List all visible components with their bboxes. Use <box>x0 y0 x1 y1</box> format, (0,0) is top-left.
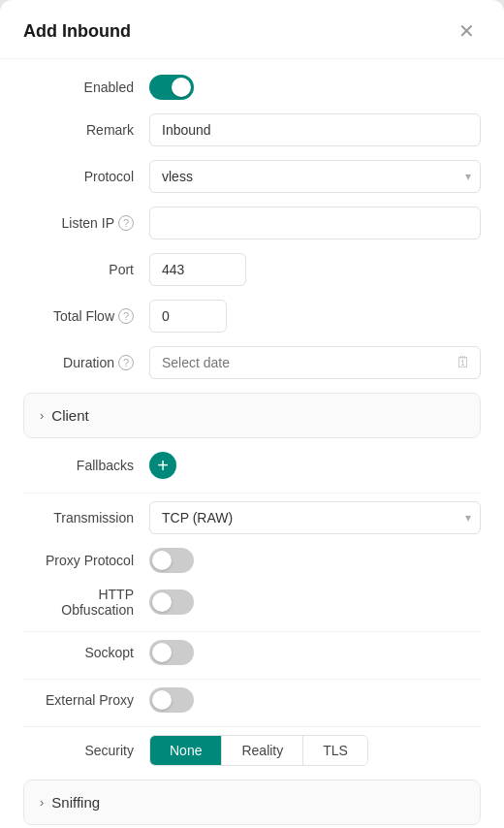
sniffing-section-header[interactable]: › Sniffing <box>24 780 480 824</box>
total-flow-input[interactable] <box>149 300 227 333</box>
client-section-header[interactable]: › Client <box>24 394 480 437</box>
listen-ip-control <box>149 207 481 239</box>
dialog-title: Add Inbound <box>23 21 131 42</box>
remark-label: Remark <box>23 122 149 138</box>
divider-1 <box>23 493 481 494</box>
sockopt-control <box>149 640 481 665</box>
fallbacks-label: Fallbacks <box>23 458 149 473</box>
transmission-row: Transmission TCP (RAW) WebSocket HTTP/2 … <box>23 501 481 534</box>
enabled-control <box>149 75 481 100</box>
protocol-label: Protocol <box>23 169 149 184</box>
divider-3 <box>23 679 481 680</box>
client-section: › Client <box>23 393 481 438</box>
enabled-slider <box>149 75 194 100</box>
port-input[interactable] <box>149 253 246 286</box>
sockopt-toggle[interactable] <box>149 640 194 665</box>
enabled-row: Enabled <box>23 75 481 100</box>
fallbacks-row: Fallbacks + <box>23 452 481 479</box>
security-tab-tls[interactable]: TLS <box>303 736 367 765</box>
total-flow-row: Total Flow ? <box>23 300 481 333</box>
http-obfuscation-control <box>149 589 481 615</box>
security-tab-group: None Reality TLS <box>149 735 368 766</box>
listen-ip-help-icon[interactable]: ? <box>118 215 134 231</box>
add-inbound-dialog: Add Inbound ✕ Enabled Remark Protocol <box>0 0 504 828</box>
duration-label: Duration ? <box>23 355 149 370</box>
http-obfuscation-row: HTTP Obfuscation <box>23 587 481 618</box>
remark-control <box>149 113 481 146</box>
date-input-wrapper: 🗓 <box>149 346 481 379</box>
proxy-protocol-label: Proxy Protocol <box>23 553 149 568</box>
transmission-label: Transmission <box>23 510 149 525</box>
external-proxy-slider <box>149 687 194 713</box>
external-proxy-row: External Proxy <box>23 687 481 713</box>
security-label: Security <box>23 743 149 758</box>
transmission-control: TCP (RAW) WebSocket HTTP/2 gRPC QUIC ▾ <box>149 501 481 534</box>
divider-2 <box>23 631 481 632</box>
listen-ip-label: Listen IP ? <box>23 215 149 231</box>
remark-row: Remark <box>23 113 481 146</box>
security-row: Security None Reality TLS <box>23 735 481 766</box>
listen-ip-row: Listen IP ? <box>23 207 481 239</box>
remark-input[interactable] <box>149 113 481 146</box>
protocol-row: Protocol vless vmess trojan shadowsocks … <box>23 160 481 193</box>
enabled-toggle[interactable] <box>149 75 194 100</box>
sockopt-slider <box>149 640 194 665</box>
port-label: Port <box>23 262 149 277</box>
form-body: Enabled Remark Protocol vless <box>0 59 504 828</box>
close-icon-button[interactable]: ✕ <box>453 19 481 43</box>
client-section-label: Client <box>51 407 88 424</box>
enabled-label: Enabled <box>23 80 149 95</box>
http-obfuscation-label: HTTP Obfuscation <box>23 587 149 618</box>
sniffing-section-label: Sniffing <box>51 794 100 811</box>
duration-help-icon[interactable]: ? <box>118 355 134 370</box>
protocol-select-wrapper: vless vmess trojan shadowsocks dokodemo-… <box>149 160 481 193</box>
proxy-protocol-toggle[interactable] <box>149 548 194 573</box>
external-proxy-control <box>149 687 481 713</box>
plus-icon: + <box>157 456 169 475</box>
duration-input[interactable] <box>149 346 481 379</box>
total-flow-label: Total Flow ? <box>23 308 149 324</box>
transmission-select-wrapper: TCP (RAW) WebSocket HTTP/2 gRPC QUIC ▾ <box>149 501 481 534</box>
proxy-protocol-slider <box>149 548 194 573</box>
duration-control: 🗓 <box>149 346 481 379</box>
divider-4 <box>23 726 481 727</box>
port-row: Port <box>23 253 481 286</box>
http-obfuscation-toggle[interactable] <box>149 589 194 615</box>
protocol-control: vless vmess trojan shadowsocks dokodemo-… <box>149 160 481 193</box>
proxy-protocol-row: Proxy Protocol <box>23 548 481 573</box>
add-fallback-button[interactable]: + <box>149 452 176 479</box>
sniffing-section: › Sniffing <box>23 780 481 825</box>
listen-ip-input[interactable] <box>149 207 481 239</box>
security-tab-reality[interactable]: Reality <box>222 736 303 765</box>
proxy-protocol-control <box>149 548 481 573</box>
sockopt-label: Sockopt <box>23 645 149 660</box>
protocol-select[interactable]: vless vmess trojan shadowsocks dokodemo-… <box>149 160 481 193</box>
total-flow-help-icon[interactable]: ? <box>118 308 134 324</box>
external-proxy-toggle[interactable] <box>149 687 194 713</box>
security-tab-none[interactable]: None <box>150 736 222 765</box>
http-obfuscation-slider <box>149 589 194 615</box>
port-control <box>149 253 481 286</box>
total-flow-control <box>149 300 481 333</box>
client-chevron-icon: › <box>40 408 44 423</box>
external-proxy-label: External Proxy <box>23 692 149 708</box>
sniffing-chevron-icon: › <box>40 795 44 810</box>
sockopt-row: Sockopt <box>23 640 481 665</box>
dialog-header: Add Inbound ✕ <box>0 0 504 59</box>
transmission-select[interactable]: TCP (RAW) WebSocket HTTP/2 gRPC QUIC <box>149 501 481 534</box>
duration-row: Duration ? 🗓 <box>23 346 481 379</box>
